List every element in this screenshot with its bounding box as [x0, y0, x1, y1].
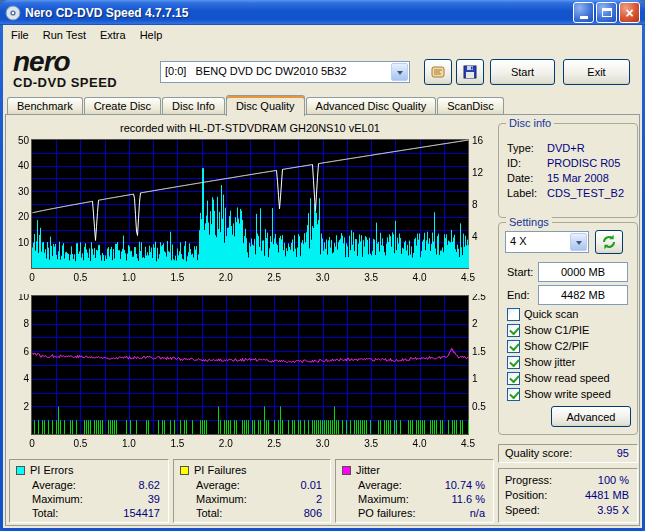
checkbox-label: Show C2/PIF: [524, 340, 589, 352]
end-position-input[interactable]: [538, 285, 628, 305]
speed-select-value: 4 X: [510, 235, 527, 247]
speed-row: Speed: 3.95 X: [505, 504, 629, 516]
quality-score-label: Quality score:: [505, 447, 572, 459]
tab-create-disc[interactable]: Create Disc: [84, 97, 161, 115]
menu-run-test[interactable]: Run Test: [36, 26, 93, 44]
checkbox-label: Show C1/PIE: [524, 324, 589, 336]
menu-file[interactable]: File: [4, 26, 36, 44]
checkbox-show-read-speed[interactable]: Show read speed: [507, 371, 610, 385]
pif-color-swatch: [180, 466, 189, 475]
maximize-button[interactable]: [596, 2, 617, 23]
checkbox-show-write-speed[interactable]: Show write speed: [507, 387, 611, 401]
nero-logo: nero CD-DVD SPEED: [13, 49, 117, 90]
exit-button[interactable]: Exit: [563, 59, 630, 85]
title-bar[interactable]: Nero CD-DVD Speed 4.7.7.15 ×: [0, 0, 645, 25]
options-icon: [430, 64, 446, 80]
minimize-icon: [580, 16, 588, 19]
checkbox-show-jitter[interactable]: Show jitter: [507, 355, 575, 369]
minimize-button[interactable]: [573, 2, 594, 23]
window-controls: ×: [573, 2, 640, 23]
checkbox-quick-scan[interactable]: Quick scan: [507, 307, 578, 321]
menu-extra[interactable]: Extra: [93, 26, 133, 44]
drive-select[interactable]: [0:0] BENQ DVD DC DW2010 5B32: [160, 61, 410, 83]
progress-value: 100 %: [598, 474, 629, 486]
stat-label: PO failures:: [358, 507, 415, 519]
stat-value: 10.74 %: [445, 479, 485, 491]
speed-value: 3.95 X: [597, 504, 629, 516]
stat-row: Maximum: 11.6 %: [358, 493, 485, 505]
save-button[interactable]: [456, 59, 484, 85]
stat-label: Maximum:: [32, 493, 83, 505]
options-button[interactable]: [424, 59, 452, 85]
stat-row: PO failures: n/a: [358, 507, 485, 519]
tab-benchmark[interactable]: Benchmark: [7, 97, 83, 115]
quality-score-value: 95: [617, 447, 629, 459]
app-window: Nero CD-DVD Speed 4.7.7.15 × File Run Te…: [0, 0, 645, 531]
checkbox-icon: [507, 388, 520, 401]
pi-failures-header: PI Failures: [180, 464, 247, 476]
pi-errors-panel: PI Errors Average: 8.62 Maximum: 39 Tota…: [9, 459, 169, 523]
disc-info-type-label: Type:: [507, 142, 534, 154]
tab-scandisc[interactable]: ScanDisc: [437, 97, 503, 115]
chevron-down-icon[interactable]: [570, 233, 587, 251]
refresh-button[interactable]: [595, 230, 623, 254]
disc-info-id-label: ID:: [507, 157, 521, 169]
nero-logo-product: CD-DVD SPEED: [13, 75, 117, 90]
pi-failures-title: PI Failures: [194, 464, 247, 476]
checkbox-show-c1-pie[interactable]: Show C1/PIE: [507, 323, 589, 337]
stat-value: 8.62: [139, 479, 160, 491]
disc-info-group: Disc info Type: DVD+R ID: PRODISC R05 Da…: [498, 123, 638, 218]
chevron-down-icon[interactable]: [391, 63, 408, 81]
stat-row: Average: 0.01: [196, 479, 322, 491]
window-body: File Run Test Extra Help nero CD-DVD SPE…: [3, 25, 642, 528]
stat-value: 11.6 %: [452, 493, 485, 505]
stat-label: Maximum:: [196, 493, 247, 505]
window-title: Nero CD-DVD Speed 4.7.7.15: [25, 6, 569, 20]
start-position-input[interactable]: [538, 262, 628, 282]
advanced-button[interactable]: Advanced: [551, 406, 631, 427]
stat-label: Total:: [32, 507, 58, 519]
pi-failures-panel: PI Failures Average: 0.01 Maximum: 2 Tot…: [173, 459, 331, 523]
menu-help[interactable]: Help: [133, 26, 170, 44]
checkbox-icon: [507, 372, 520, 385]
stat-label: Average:: [358, 479, 402, 491]
checkbox-icon: [507, 324, 520, 337]
stat-label: Average:: [196, 479, 240, 491]
maximize-icon: [602, 8, 612, 17]
progress-row: Progress: 100 %: [505, 474, 629, 486]
disc-info-date-value: 15 Mar 2008: [547, 172, 609, 184]
tab-strip: Benchmark Create Disc Disc Info Disc Qua…: [7, 94, 505, 115]
checkbox-show-c2-pif[interactable]: Show C2/PIF: [507, 339, 589, 353]
refresh-icon: [601, 234, 617, 250]
checkbox-icon: [507, 308, 520, 321]
stat-value: 806: [304, 507, 322, 519]
progress-panel: Progress: 100 % Position: 4481 MB Speed:…: [498, 468, 638, 523]
disc-quality-panel: recorded with HL-DT-STDVDRAM GH20NS10 vE…: [5, 114, 640, 526]
speed-label: Speed:: [505, 504, 540, 516]
speed-select[interactable]: 4 X: [505, 231, 589, 253]
disc-info-label-value: CDS_TEST_B2: [547, 187, 624, 199]
stat-row: Average: 8.62: [32, 479, 160, 491]
drive-select-value: [0:0] BENQ DVD DC DW2010 5B32: [165, 65, 347, 77]
start-button[interactable]: Start: [490, 59, 555, 85]
tab-disc-info[interactable]: Disc Info: [162, 97, 225, 115]
end-position-label: End:: [507, 289, 530, 301]
stat-value: 0.01: [301, 479, 322, 491]
quality-score-panel: Quality score: 95: [498, 444, 638, 463]
pie-color-swatch: [16, 466, 25, 475]
jitter-panel: Jitter Average: 10.74 % Maximum: 11.6 % …: [335, 459, 494, 523]
nero-logo-brand: nero: [13, 49, 117, 75]
stat-row: Maximum: 2: [196, 493, 322, 505]
stat-row: Average: 10.74 %: [358, 479, 485, 491]
close-icon: ×: [625, 6, 633, 20]
tab-advanced-disc-quality[interactable]: Advanced Disc Quality: [306, 97, 437, 115]
chart-title: recorded with HL-DT-STDVDRAM GH20NS10 vE…: [32, 122, 468, 134]
pi-errors-title: PI Errors: [30, 464, 73, 476]
position-row: Position: 4481 MB: [505, 489, 629, 501]
jitter-title: Jitter: [356, 464, 380, 476]
stat-value: 154417: [123, 507, 160, 519]
progress-label: Progress:: [505, 474, 552, 486]
close-button[interactable]: ×: [619, 2, 640, 23]
tab-disc-quality[interactable]: Disc Quality: [226, 95, 305, 116]
checkbox-label: Show jitter: [524, 356, 575, 368]
